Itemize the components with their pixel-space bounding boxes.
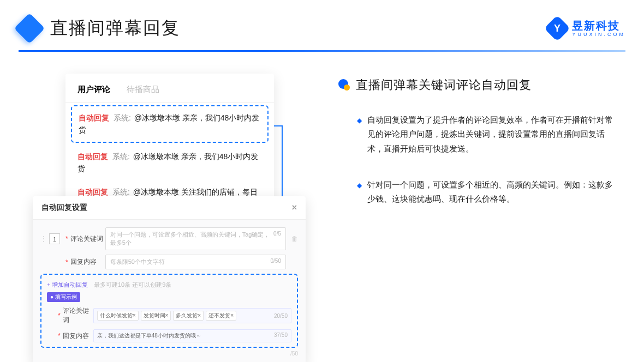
bullet-text: 自动回复设置为了提升作者的评论回复效率，作者可在开播前针对常见的评论用户问题，提…	[367, 113, 617, 156]
brand-name: 昱新科技	[572, 20, 625, 32]
auto-reply-badge: 自动回复	[79, 113, 109, 122]
tag[interactable]: 什么时候发货×	[97, 311, 139, 321]
brand-url: YUUXIN.COM	[572, 32, 625, 37]
example-keyword-tags[interactable]: 什么时候发货× 发货时间× 多久发货× 还不发货× 20/50	[93, 308, 291, 323]
keyword-row: ⋮⋮ 1 * 评论关键词 对同一个问题，可设置多个相近、高频的关键词，Tag确定…	[40, 227, 298, 250]
example-reply-label: 回复内容	[63, 331, 93, 341]
tail-count: /50	[290, 351, 298, 357]
required-mark: *	[58, 332, 61, 340]
bullet-text: 针对同一个问题，可设置多个相近的、高频的关键词。例如：这款多少钱、这块能优惠吗、…	[367, 178, 617, 207]
required-mark: *	[58, 312, 61, 319]
cube-icon	[14, 13, 45, 44]
auto-reply-badge: 自动回复	[77, 188, 108, 196]
brand-logo: Y 昱新科技 YUUXIN.COM	[548, 19, 625, 38]
highlighted-comment: 自动回复 系统: @冰墩墩本墩 亲亲，我们48小时内发货	[71, 105, 269, 143]
keyword-label: 评论关键词	[70, 234, 105, 244]
tag[interactable]: 发货时间×	[141, 311, 171, 321]
tab-user-comments[interactable]: 用户评论	[77, 85, 110, 95]
example-reply-text[interactable]: 亲，我们这边都是下单48小时内发货的哦～ 37/50	[93, 329, 291, 342]
comment-tabs: 用户评论 待播商品	[65, 85, 274, 103]
tag[interactable]: 还不发货×	[206, 311, 236, 321]
description-panel: 直播间弹幕关键词评论自动回复 ◆ 自动回复设置为了提升作者的评论回复效率，作者可…	[338, 74, 628, 357]
reply-input[interactable]: 每条限50个中文字符 0/50	[105, 255, 286, 269]
section-title: 直播间弹幕关键词评论自动回复	[356, 77, 532, 93]
brand-mark-icon: Y	[544, 15, 570, 41]
bullet-item: ◆ 自动回复设置为了提升作者的评论回复效率，作者可在开播前针对常见的评论用户问题…	[338, 113, 628, 156]
system-label: 系统:	[112, 188, 130, 196]
system-label: 系统:	[112, 152, 130, 161]
add-auto-reply-link[interactable]: + 增加自动回复	[47, 281, 88, 288]
modal-title: 自动回复设置	[41, 203, 87, 213]
tab-pending-products[interactable]: 待播商品	[127, 85, 159, 95]
illustration-panel: 用户评论 待播商品 自动回复 系统: @冰墩墩本墩 亲亲，我们48小时内发货 自…	[33, 74, 317, 346]
auto-reply-badge: 自动回复	[77, 152, 108, 161]
keyword-input[interactable]: 对同一个问题，可设置多个相近、高频的关键词，Tag确定，最多5个 0/5	[105, 227, 286, 250]
row-index: 1	[49, 233, 60, 244]
example-badge: ● 填写示例	[47, 292, 80, 302]
example-keyword-label: 评论关键词	[63, 306, 93, 325]
tag[interactable]: 多久发货×	[173, 311, 204, 321]
required-mark: *	[65, 235, 68, 243]
delete-icon[interactable]: 🗑	[291, 235, 298, 243]
system-label: 系统:	[114, 113, 131, 122]
chat-bubble-icon	[338, 79, 350, 91]
comment-row: 自动回复 系统: @冰墩墩本墩 亲亲，我们48小时内发货	[65, 145, 274, 180]
reply-row: * 回复内容 每条限50个中文字符 0/50	[40, 255, 298, 269]
page-title: 直播间弹幕回复	[50, 16, 180, 40]
example-box: + 增加自动回复 最多可建10条 还可以创建9条 ● 填写示例 * 评论关键词 …	[40, 274, 298, 348]
reply-label: 回复内容	[70, 257, 105, 267]
drag-handle-icon[interactable]: ⋮⋮	[40, 235, 47, 243]
bullet-item: ◆ 针对同一个问题，可设置多个相近的、高频的关键词。例如：这款多少钱、这块能优惠…	[338, 178, 628, 207]
page-header: 直播间弹幕回复 Y 昱新科技 YUUXIN.COM	[0, 0, 644, 50]
diamond-bullet-icon: ◆	[357, 180, 362, 207]
close-icon[interactable]: ×	[292, 203, 297, 213]
add-hint: 最多可建10条 还可以创建9条	[94, 281, 171, 288]
required-mark: *	[65, 258, 68, 266]
auto-reply-settings-modal: 自动回复设置 × ⋮⋮ 1 * 评论关键词 对同一个问题，可设置多个相近、高频的…	[33, 196, 306, 362]
diamond-bullet-icon: ◆	[357, 115, 362, 156]
